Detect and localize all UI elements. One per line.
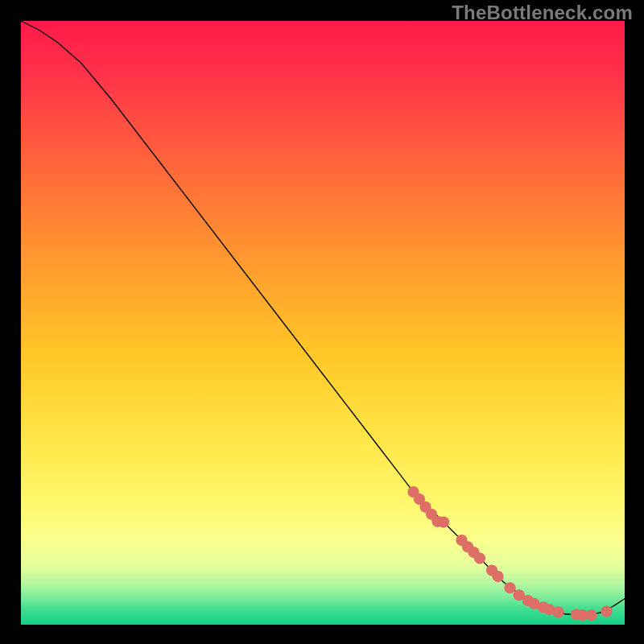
bottleneck-curve [21,21,625,615]
marker-dot [504,582,515,593]
chart-container: TheBottleneck.com [0,0,644,644]
marker-dot [474,552,485,564]
marker-dot [492,571,503,582]
marker-dot [438,516,449,527]
marker-dot [586,609,597,621]
marker-dot [601,605,612,617]
marker-dots [407,486,612,621]
marker-dot [552,606,564,617]
curve-layer [21,21,625,625]
plot-area [21,21,625,625]
